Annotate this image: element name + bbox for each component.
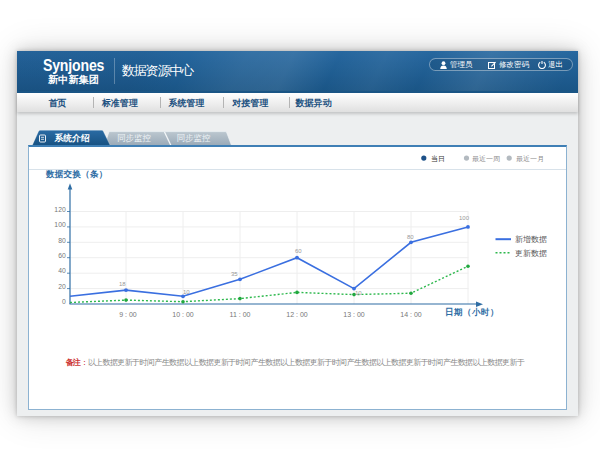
svg-text:数据交换（条）: 数据交换（条） [45, 169, 108, 179]
svg-text:100: 100 [54, 221, 66, 228]
svg-text:最近一月: 最近一月 [516, 155, 544, 163]
svg-text:13 : 00: 13 : 00 [343, 311, 365, 318]
svg-text:更新数据: 更新数据 [515, 249, 547, 258]
svg-text:同步监控: 同步监控 [117, 133, 152, 143]
svg-text:系统介绍: 系统介绍 [54, 133, 90, 143]
svg-text:10: 10 [183, 289, 190, 295]
svg-text:18: 18 [119, 281, 126, 287]
svg-text:60: 60 [295, 248, 302, 254]
svg-text:10: 10 [355, 290, 362, 296]
svg-text:9 : 00: 9 : 00 [119, 311, 137, 318]
svg-text:100: 100 [459, 215, 470, 221]
svg-text:当日: 当日 [431, 155, 445, 163]
svg-text:12 : 00: 12 : 00 [286, 311, 308, 318]
svg-text:新增数据: 新增数据 [515, 235, 547, 244]
svg-text:备注：以上数据更新于时间产生数据以上数据更新于时间产生数据以: 备注：以上数据更新于时间产生数据以上数据更新于时间产生数据以上数据更新于时间产生… [65, 358, 524, 367]
svg-text:60: 60 [58, 252, 66, 259]
svg-text:80: 80 [58, 237, 66, 244]
svg-text:0: 0 [61, 298, 65, 305]
svg-text:10 : 00: 10 : 00 [172, 311, 194, 318]
svg-text:20: 20 [58, 283, 66, 290]
svg-text:11 : 00: 11 : 00 [229, 311, 250, 318]
svg-text:同步监控: 同步监控 [177, 133, 212, 143]
svg-text:80: 80 [407, 234, 414, 240]
svg-text:35: 35 [231, 271, 238, 277]
svg-text:14 : 00: 14 : 00 [400, 311, 422, 318]
svg-text:120: 120 [54, 206, 66, 213]
svg-text:日期（小时）: 日期（小时） [445, 307, 499, 317]
svg-text:40: 40 [58, 268, 66, 275]
svg-text:最近一周: 最近一周 [472, 155, 500, 162]
